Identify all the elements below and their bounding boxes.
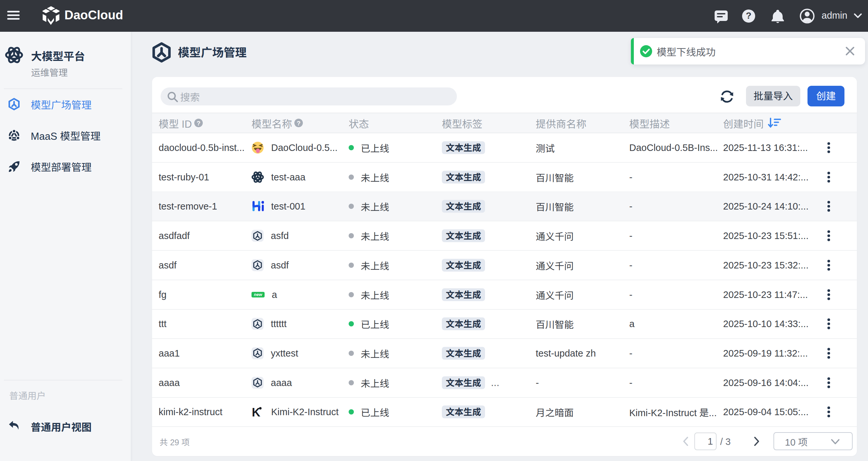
svg-text:K: K (252, 406, 260, 418)
svg-text:?: ? (297, 120, 301, 127)
svg-text:?: ? (746, 10, 751, 21)
svg-text:?: ? (196, 120, 200, 127)
